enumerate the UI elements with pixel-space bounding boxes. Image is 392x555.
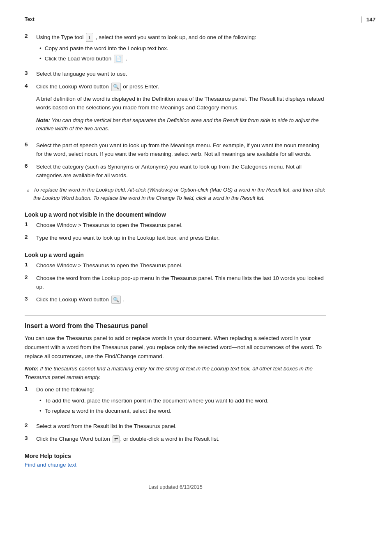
again-2-body: Choose the word from the Lookup pop-up m… [36, 274, 326, 291]
lookup-word-icon-2: 🔍 [111, 296, 121, 304]
again-step-2: 2 Choose the word from the Lookup pop-up… [25, 274, 326, 291]
ins-1-bullets: To add the word, place the insertion poi… [39, 397, 326, 416]
ins-step-1: 1 Do one of the following: To add the wo… [25, 386, 326, 418]
again-step-3: 3 Click the Lookup Word button 🔍 . [25, 296, 326, 304]
footer-text: Last updated 6/13/2015 [148, 484, 202, 490]
step-4-body: Click the Lookup Word button 🔍 or press … [36, 83, 326, 137]
again-2-num: 2 [25, 274, 36, 280]
step-3-num: 3 [25, 70, 36, 76]
bullet-copy-paste: Copy and paste the word into the Lookup … [39, 44, 326, 53]
load-word-icon: 📄 [114, 55, 123, 63]
lookup-word-icon: 🔍 [111, 83, 121, 91]
step-4-para: A brief definition of the word is displa… [36, 95, 326, 112]
lookup-again-heading: Look up a word again [25, 252, 326, 258]
step-6: 6 Select the category (such as Synonyms … [25, 163, 326, 180]
step-2-bullets: Copy and paste the word into the Lookup … [39, 44, 326, 63]
ins-2-body: Select a word from the Result list in th… [36, 422, 326, 431]
section-label: Text [25, 16, 35, 22]
lookup-step-1: 1 Choose Window > Thesaurus to open the … [25, 221, 326, 230]
step-2-text2: , select the word you want to look up, a… [96, 34, 256, 40]
lookup-1-num: 1 [25, 221, 36, 227]
page: Text 147 2 Using the Type tool T , selec… [0, 0, 392, 555]
more-help-heading: More Help topics [25, 453, 326, 459]
step-3: 3 Select the language you want to use. [25, 70, 326, 79]
bullet-load-word: Click the Load Word button 📄 . [39, 55, 326, 63]
lookup-2-body: Type the word you want to look up in the… [36, 234, 326, 243]
note-1-text: You can drag the vertical bar that separ… [36, 117, 319, 132]
insert-para1: You can use the Thesaurus panel to add o… [25, 334, 326, 361]
find-change-text-link[interactable]: Find and change text [25, 462, 76, 468]
ins-bullet-add: To add the word, place the insertion poi… [39, 397, 326, 405]
ins-1-body: Do one of the following: To add the word… [36, 386, 326, 418]
step-4: 4 Click the Lookup Word button 🔍 or pres… [25, 83, 326, 137]
note-2: Note: If the thesaurus cannot find a mat… [25, 365, 326, 382]
ins-3-num: 3 [25, 435, 36, 441]
step-2-text1: Using the Type tool [36, 34, 85, 40]
again-3-num: 3 [25, 296, 36, 302]
lookup-heading: Look up a word not visible in the docume… [25, 211, 326, 218]
step-2-body: Using the Type tool T , select the word … [36, 33, 326, 66]
step-5-num: 5 [25, 141, 36, 148]
ins-step-2: 2 Select a word from the Result list in … [25, 422, 326, 431]
again-1-body: Choose Window > Thesaurus to open the Th… [36, 261, 326, 270]
tip-text: To replace the word in the Lookup field,… [33, 186, 326, 202]
footer: Last updated 6/13/2015 [25, 484, 326, 498]
again-1-num: 1 [25, 261, 36, 268]
again-3-body: Click the Lookup Word button 🔍 . [36, 296, 326, 304]
step-3-body: Select the language you want to use. [36, 70, 326, 79]
lookup-2-num: 2 [25, 234, 36, 240]
ins-1-num: 1 [25, 386, 36, 392]
note-2-label: Note: [25, 365, 39, 372]
lookup-step-2: 2 Type the word you want to look up in t… [25, 234, 326, 243]
change-word-icon: ⇄ [113, 435, 120, 443]
note-1: Note: You can drag the vertical bar that… [36, 116, 326, 133]
ins-2-num: 2 [25, 422, 36, 428]
ins-3-body: Click the Change Word button ⇄, or doubl… [36, 435, 326, 444]
ins-step-3: 3 Click the Change Word button ⇄, or dou… [25, 435, 326, 444]
tip-icon: ⚬ [25, 186, 30, 197]
step-6-body: Select the category (such as Synonyms or… [36, 163, 326, 180]
note-1-label: Note: [36, 117, 50, 123]
lookup-1-body: Choose Window > Thesaurus to open the Th… [36, 221, 326, 230]
step-2: 2 Using the Type tool T , select the wor… [25, 33, 326, 66]
step-4-num: 4 [25, 83, 36, 89]
step-5-body: Select the part of speech you want to lo… [36, 141, 326, 159]
page-number: 147 [362, 16, 376, 23]
note-2-text: If the thesaurus cannot find a matching … [25, 365, 313, 380]
step-6-num: 6 [25, 163, 36, 169]
step-2-num: 2 [25, 33, 36, 39]
main-content: 2 Using the Type tool T , select the wor… [0, 0, 351, 523]
type-tool-icon: T [86, 33, 93, 42]
tip-block: ⚬ To replace the word in the Lookup fiel… [25, 186, 326, 202]
step-5: 5 Select the part of speech you want to … [25, 141, 326, 159]
ins-bullet-replace: To replace a word in the document, selec… [39, 407, 326, 416]
insert-heading: Insert a word from the Thesaurus panel [25, 315, 326, 330]
again-step-1: 1 Choose Window > Thesaurus to open the … [25, 261, 326, 270]
